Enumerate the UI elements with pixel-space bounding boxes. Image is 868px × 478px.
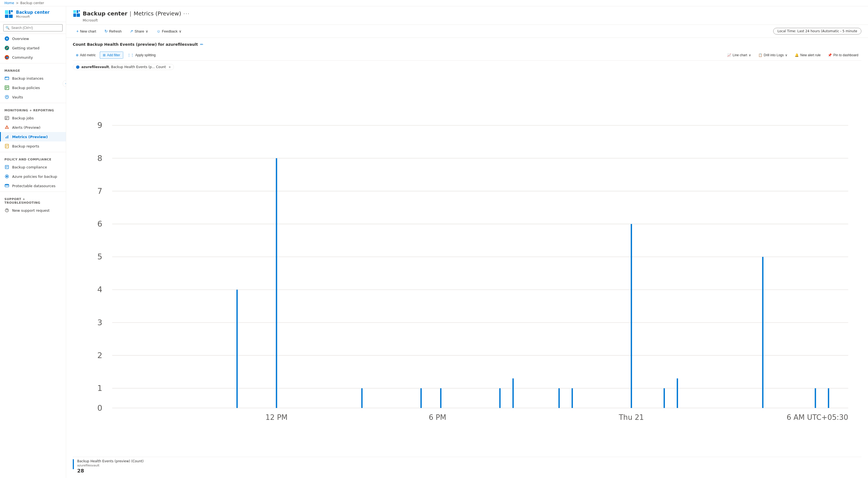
- chart-svg: 9 8 7 6 5 4 3 2: [73, 72, 861, 454]
- filter-pills: 🔵 azurefilesvault, Backup Health Events …: [73, 64, 861, 70]
- sidebar-item-alerts[interactable]: Alerts (Preview): [0, 123, 66, 132]
- chart-title-row: Count Backup Health Events (preview) for…: [73, 42, 861, 47]
- line-chart-button[interactable]: 📈 Line chart ∨: [724, 52, 754, 59]
- svg-rect-40: [76, 10, 78, 13]
- pin-to-dashboard-button[interactable]: 📌 Pin to dashboard: [825, 52, 861, 59]
- pin-icon: 📌: [828, 53, 832, 57]
- add-metric-label: Add metric: [80, 53, 96, 57]
- new-alert-rule-button[interactable]: 🔔 New alert rule: [792, 52, 824, 59]
- new-chart-button[interactable]: + New chart: [73, 27, 100, 35]
- sidebar-item-backup-compliance[interactable]: Backup compliance: [0, 162, 66, 172]
- apply-splitting-button[interactable]: ⋮⋮ Apply splitting: [124, 52, 159, 59]
- svg-rect-28: [5, 166, 8, 169]
- svg-point-13: [6, 96, 7, 97]
- drill-logs-label: Drill into Logs: [764, 53, 784, 57]
- sidebar-item-vaults[interactable]: Vaults: [0, 92, 66, 102]
- page-more-button[interactable]: ···: [183, 11, 190, 17]
- protectable-datasources-icon: [4, 183, 9, 188]
- line-chart-chevron: ∨: [749, 53, 751, 57]
- sidebar-item-metrics[interactable]: Metrics (Preview): [0, 132, 66, 142]
- sidebar-label-community: Community: [12, 55, 33, 60]
- sidebar-item-overview[interactable]: ⊞ Overview: [0, 34, 66, 43]
- svg-rect-39: [73, 10, 76, 13]
- sidebar-item-backup-reports[interactable]: Backup reports: [0, 142, 66, 151]
- sidebar-item-getting-started[interactable]: 🚀 Getting started: [0, 43, 66, 53]
- section-manage: Manage: [0, 64, 66, 73]
- svg-text:3: 3: [97, 318, 102, 327]
- backup-compliance-icon: [4, 165, 9, 170]
- sidebar-label-protectable-datasources: Protectable datasources: [12, 184, 55, 188]
- legend-value: 28: [77, 468, 144, 474]
- drill-logs-chevron: ∨: [785, 53, 787, 57]
- refresh-icon: ↻: [104, 29, 108, 33]
- sidebar-item-new-support[interactable]: New support request: [0, 206, 66, 215]
- svg-rect-0: [5, 14, 8, 18]
- svg-text:0: 0: [97, 403, 102, 413]
- backup-instances-icon: [4, 76, 9, 81]
- sidebar-label-backup-reports: Backup reports: [12, 144, 39, 148]
- apply-splitting-icon: ⋮⋮: [127, 53, 134, 57]
- section-policy: Policy and compliance: [0, 153, 66, 162]
- chart-edit-icon[interactable]: ✏: [200, 42, 204, 47]
- page-title-separator: |: [129, 10, 131, 17]
- refresh-button[interactable]: ↻ Refresh: [101, 27, 125, 35]
- sidebar-item-protectable-datasources[interactable]: Protectable datasources: [0, 181, 66, 190]
- add-metric-button[interactable]: ⊕ Add metric: [73, 52, 99, 59]
- svg-rect-38: [76, 13, 80, 17]
- add-filter-label: Add filter: [107, 53, 120, 57]
- main-layout: Backup center Microsoft 🔍 ⊞ Overview: [0, 6, 868, 478]
- filter-pill-backup-health: 🔵 azurefilesvault, Backup Health Events …: [73, 64, 174, 70]
- breadcrumb-home[interactable]: Home: [4, 1, 14, 5]
- search-bar: 🔍: [0, 22, 66, 34]
- svg-text:6 AM: 6 AM: [787, 413, 805, 421]
- sidebar-label-azure-policies: Azure policies for backup: [12, 175, 57, 179]
- legend-title: Backup Health Events (preview) (Count): [77, 459, 144, 463]
- sidebar: Backup center Microsoft 🔍 ⊞ Overview: [0, 6, 66, 478]
- alert-rule-label: New alert rule: [800, 53, 820, 57]
- svg-rect-2: [5, 10, 8, 14]
- breadcrumb-sep: >: [16, 1, 19, 5]
- drill-into-logs-button[interactable]: 📋 Drill into Logs ∨: [755, 52, 791, 59]
- vaults-icon: [4, 94, 9, 99]
- chart-toolbar: ⊕ Add metric ⊞ Add filter ⋮⋮ Apply split…: [73, 50, 861, 61]
- overview-icon: ⊞: [4, 36, 9, 41]
- share-label: Share: [134, 29, 144, 33]
- svg-point-19: [7, 128, 7, 128]
- svg-point-32: [6, 176, 8, 177]
- search-input[interactable]: [3, 24, 63, 31]
- svg-rect-21: [5, 137, 6, 139]
- feedback-button[interactable]: ☺ Feedback ∨: [153, 27, 185, 35]
- feedback-label: Feedback: [162, 29, 178, 33]
- sidebar-item-community[interactable]: 👥 Community: [0, 53, 66, 62]
- sidebar-label-metrics: Metrics (Preview): [12, 135, 48, 139]
- metrics-icon: [4, 134, 9, 139]
- sidebar-label-backup-compliance: Backup compliance: [12, 165, 47, 169]
- svg-text:4: 4: [97, 285, 102, 294]
- svg-text:7: 7: [97, 186, 102, 196]
- title-row: Backup center | Metrics (Preview) ···: [73, 10, 861, 18]
- azure-policies-icon: [4, 174, 9, 179]
- legend-text: Backup Health Events (preview) (Count) a…: [77, 459, 144, 474]
- sidebar-item-backup-instances[interactable]: Backup instances: [0, 73, 66, 83]
- svg-point-8: [6, 77, 7, 78]
- legend-subtitle: azurefilesvault: [77, 464, 144, 467]
- svg-text:6 PM: 6 PM: [429, 413, 446, 421]
- sidebar-label-backup-instances: Backup instances: [12, 77, 43, 81]
- time-selector[interactable]: Local Time: Last 24 hours (Automatic - 5…: [773, 28, 861, 34]
- page-org: Microsoft: [83, 19, 861, 22]
- apply-splitting-label: Apply splitting: [135, 53, 156, 57]
- share-button[interactable]: ↗ Share ∨: [126, 27, 152, 35]
- add-filter-button[interactable]: ⊞ Add filter: [100, 52, 123, 59]
- chart-title: Count Backup Health Events (preview) for…: [73, 42, 198, 47]
- filter-pill-close[interactable]: ✕: [169, 66, 171, 69]
- sidebar-title-block: Backup center Microsoft: [16, 10, 50, 19]
- chart-wrapper: 9 8 7 6 5 4 3 2: [73, 72, 861, 454]
- sidebar-item-azure-policies[interactable]: Azure policies for backup: [0, 172, 66, 181]
- sidebar-item-backup-policies[interactable]: Backup policies: [0, 83, 66, 92]
- search-icon: 🔍: [5, 26, 10, 30]
- svg-text:12 PM: 12 PM: [266, 413, 287, 421]
- backup-policies-icon: [4, 85, 9, 90]
- feedback-chevron: ∨: [179, 29, 182, 33]
- sidebar-item-backup-jobs[interactable]: Backup jobs: [0, 113, 66, 123]
- svg-rect-3: [9, 10, 10, 14]
